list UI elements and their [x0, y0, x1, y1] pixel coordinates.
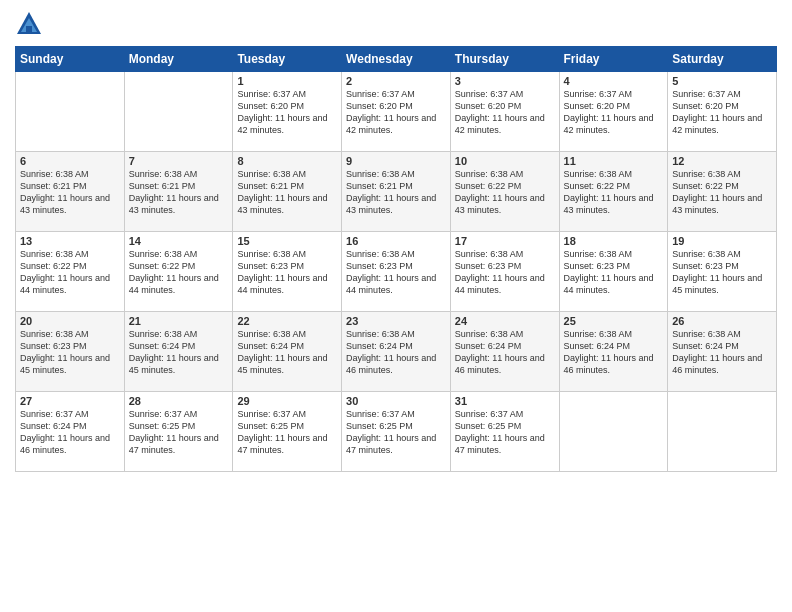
day-info: Sunrise: 6:37 AM Sunset: 6:20 PM Dayligh…	[455, 88, 555, 137]
day-number: 6	[20, 155, 120, 167]
day-info: Sunrise: 6:37 AM Sunset: 6:20 PM Dayligh…	[237, 88, 337, 137]
calendar-cell: 24Sunrise: 6:38 AM Sunset: 6:24 PM Dayli…	[450, 312, 559, 392]
day-info: Sunrise: 6:37 AM Sunset: 6:25 PM Dayligh…	[237, 408, 337, 457]
day-number: 8	[237, 155, 337, 167]
day-number: 16	[346, 235, 446, 247]
day-number: 11	[564, 155, 664, 167]
calendar-cell: 27Sunrise: 6:37 AM Sunset: 6:24 PM Dayli…	[16, 392, 125, 472]
day-number: 7	[129, 155, 229, 167]
day-number: 22	[237, 315, 337, 327]
day-number: 12	[672, 155, 772, 167]
day-info: Sunrise: 6:38 AM Sunset: 6:21 PM Dayligh…	[346, 168, 446, 217]
day-info: Sunrise: 6:38 AM Sunset: 6:24 PM Dayligh…	[672, 328, 772, 377]
day-info: Sunrise: 6:37 AM Sunset: 6:25 PM Dayligh…	[129, 408, 229, 457]
day-info: Sunrise: 6:38 AM Sunset: 6:23 PM Dayligh…	[20, 328, 120, 377]
day-number: 23	[346, 315, 446, 327]
calendar-cell: 23Sunrise: 6:38 AM Sunset: 6:24 PM Dayli…	[342, 312, 451, 392]
day-info: Sunrise: 6:38 AM Sunset: 6:22 PM Dayligh…	[564, 168, 664, 217]
day-info: Sunrise: 6:38 AM Sunset: 6:24 PM Dayligh…	[129, 328, 229, 377]
day-number: 24	[455, 315, 555, 327]
calendar-cell: 3Sunrise: 6:37 AM Sunset: 6:20 PM Daylig…	[450, 72, 559, 152]
day-number: 29	[237, 395, 337, 407]
day-number: 4	[564, 75, 664, 87]
svg-rect-2	[26, 26, 32, 34]
day-info: Sunrise: 6:38 AM Sunset: 6:21 PM Dayligh…	[20, 168, 120, 217]
weekday-header: Tuesday	[233, 47, 342, 72]
calendar-header-row: SundayMondayTuesdayWednesdayThursdayFrid…	[16, 47, 777, 72]
calendar-cell	[16, 72, 125, 152]
day-info: Sunrise: 6:38 AM Sunset: 6:23 PM Dayligh…	[346, 248, 446, 297]
day-info: Sunrise: 6:38 AM Sunset: 6:21 PM Dayligh…	[237, 168, 337, 217]
day-number: 30	[346, 395, 446, 407]
page: SundayMondayTuesdayWednesdayThursdayFrid…	[0, 0, 792, 612]
day-info: Sunrise: 6:37 AM Sunset: 6:25 PM Dayligh…	[346, 408, 446, 457]
day-number: 9	[346, 155, 446, 167]
day-info: Sunrise: 6:38 AM Sunset: 6:24 PM Dayligh…	[346, 328, 446, 377]
calendar-cell	[559, 392, 668, 472]
day-number: 19	[672, 235, 772, 247]
calendar-cell: 4Sunrise: 6:37 AM Sunset: 6:20 PM Daylig…	[559, 72, 668, 152]
calendar-week-row: 6Sunrise: 6:38 AM Sunset: 6:21 PM Daylig…	[16, 152, 777, 232]
day-number: 5	[672, 75, 772, 87]
calendar-week-row: 1Sunrise: 6:37 AM Sunset: 6:20 PM Daylig…	[16, 72, 777, 152]
day-number: 20	[20, 315, 120, 327]
day-number: 15	[237, 235, 337, 247]
day-info: Sunrise: 6:38 AM Sunset: 6:22 PM Dayligh…	[672, 168, 772, 217]
day-info: Sunrise: 6:38 AM Sunset: 6:23 PM Dayligh…	[237, 248, 337, 297]
calendar-cell: 15Sunrise: 6:38 AM Sunset: 6:23 PM Dayli…	[233, 232, 342, 312]
calendar-cell: 29Sunrise: 6:37 AM Sunset: 6:25 PM Dayli…	[233, 392, 342, 472]
calendar-cell: 1Sunrise: 6:37 AM Sunset: 6:20 PM Daylig…	[233, 72, 342, 152]
weekday-header: Friday	[559, 47, 668, 72]
day-info: Sunrise: 6:37 AM Sunset: 6:20 PM Dayligh…	[346, 88, 446, 137]
day-number: 28	[129, 395, 229, 407]
calendar-week-row: 13Sunrise: 6:38 AM Sunset: 6:22 PM Dayli…	[16, 232, 777, 312]
calendar-cell: 26Sunrise: 6:38 AM Sunset: 6:24 PM Dayli…	[668, 312, 777, 392]
day-number: 27	[20, 395, 120, 407]
calendar-cell: 19Sunrise: 6:38 AM Sunset: 6:23 PM Dayli…	[668, 232, 777, 312]
calendar-cell: 10Sunrise: 6:38 AM Sunset: 6:22 PM Dayli…	[450, 152, 559, 232]
day-info: Sunrise: 6:38 AM Sunset: 6:24 PM Dayligh…	[237, 328, 337, 377]
logo-icon	[15, 10, 43, 38]
calendar: SundayMondayTuesdayWednesdayThursdayFrid…	[15, 46, 777, 472]
calendar-cell: 21Sunrise: 6:38 AM Sunset: 6:24 PM Dayli…	[124, 312, 233, 392]
day-number: 13	[20, 235, 120, 247]
day-number: 26	[672, 315, 772, 327]
day-info: Sunrise: 6:37 AM Sunset: 6:20 PM Dayligh…	[672, 88, 772, 137]
weekday-header: Monday	[124, 47, 233, 72]
calendar-cell: 14Sunrise: 6:38 AM Sunset: 6:22 PM Dayli…	[124, 232, 233, 312]
calendar-cell: 7Sunrise: 6:38 AM Sunset: 6:21 PM Daylig…	[124, 152, 233, 232]
calendar-cell	[668, 392, 777, 472]
day-number: 3	[455, 75, 555, 87]
weekday-header: Wednesday	[342, 47, 451, 72]
calendar-week-row: 20Sunrise: 6:38 AM Sunset: 6:23 PM Dayli…	[16, 312, 777, 392]
day-info: Sunrise: 6:37 AM Sunset: 6:20 PM Dayligh…	[564, 88, 664, 137]
calendar-cell: 28Sunrise: 6:37 AM Sunset: 6:25 PM Dayli…	[124, 392, 233, 472]
calendar-cell: 17Sunrise: 6:38 AM Sunset: 6:23 PM Dayli…	[450, 232, 559, 312]
calendar-cell: 13Sunrise: 6:38 AM Sunset: 6:22 PM Dayli…	[16, 232, 125, 312]
day-number: 31	[455, 395, 555, 407]
calendar-cell: 30Sunrise: 6:37 AM Sunset: 6:25 PM Dayli…	[342, 392, 451, 472]
calendar-cell: 2Sunrise: 6:37 AM Sunset: 6:20 PM Daylig…	[342, 72, 451, 152]
calendar-cell: 9Sunrise: 6:38 AM Sunset: 6:21 PM Daylig…	[342, 152, 451, 232]
calendar-cell: 25Sunrise: 6:38 AM Sunset: 6:24 PM Dayli…	[559, 312, 668, 392]
day-info: Sunrise: 6:38 AM Sunset: 6:22 PM Dayligh…	[455, 168, 555, 217]
calendar-cell: 16Sunrise: 6:38 AM Sunset: 6:23 PM Dayli…	[342, 232, 451, 312]
day-info: Sunrise: 6:38 AM Sunset: 6:24 PM Dayligh…	[564, 328, 664, 377]
calendar-cell: 11Sunrise: 6:38 AM Sunset: 6:22 PM Dayli…	[559, 152, 668, 232]
weekday-header: Thursday	[450, 47, 559, 72]
logo	[15, 10, 47, 38]
day-number: 2	[346, 75, 446, 87]
day-number: 25	[564, 315, 664, 327]
day-info: Sunrise: 6:38 AM Sunset: 6:22 PM Dayligh…	[129, 248, 229, 297]
day-info: Sunrise: 6:38 AM Sunset: 6:23 PM Dayligh…	[455, 248, 555, 297]
calendar-cell: 20Sunrise: 6:38 AM Sunset: 6:23 PM Dayli…	[16, 312, 125, 392]
day-info: Sunrise: 6:38 AM Sunset: 6:23 PM Dayligh…	[672, 248, 772, 297]
calendar-cell	[124, 72, 233, 152]
day-info: Sunrise: 6:38 AM Sunset: 6:21 PM Dayligh…	[129, 168, 229, 217]
day-info: Sunrise: 6:38 AM Sunset: 6:23 PM Dayligh…	[564, 248, 664, 297]
weekday-header: Saturday	[668, 47, 777, 72]
calendar-cell: 5Sunrise: 6:37 AM Sunset: 6:20 PM Daylig…	[668, 72, 777, 152]
calendar-cell: 6Sunrise: 6:38 AM Sunset: 6:21 PM Daylig…	[16, 152, 125, 232]
day-number: 14	[129, 235, 229, 247]
day-number: 17	[455, 235, 555, 247]
